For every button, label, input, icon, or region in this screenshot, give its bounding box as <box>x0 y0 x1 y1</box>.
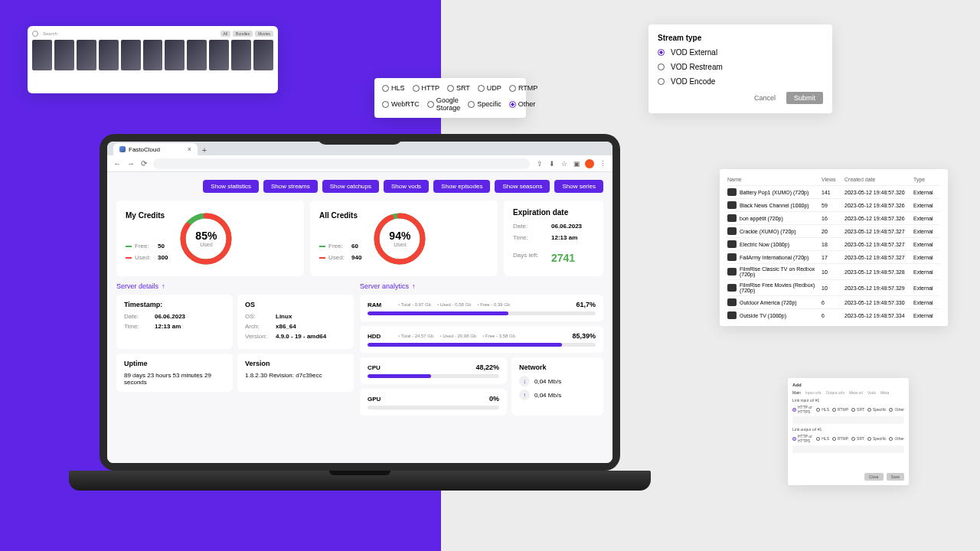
protocol-option[interactable]: SRT <box>447 84 470 92</box>
forward-button[interactable]: → <box>127 159 135 168</box>
radio-option[interactable]: HLS <box>816 405 829 414</box>
share-icon[interactable]: ⇪ <box>536 160 544 168</box>
movie-poster[interactable] <box>187 40 207 70</box>
address-bar[interactable] <box>153 158 530 169</box>
movie-poster[interactable] <box>99 40 119 70</box>
tab[interactable]: Output urls <box>825 390 844 395</box>
movie-poster[interactable] <box>209 40 229 70</box>
stream-option[interactable]: VOD Encode <box>658 77 823 86</box>
section-server-analytics[interactable]: Server analytics↑ <box>360 282 603 290</box>
table-row[interactable]: bon appétit (720p)162023-05-12 19:48:57.… <box>727 211 940 224</box>
toolbar-button[interactable]: Show streams <box>263 180 318 193</box>
protocol-option[interactable]: WebRTC <box>382 96 420 112</box>
close-button[interactable]: Close <box>864 473 884 481</box>
toolbar-button[interactable]: Show seasons <box>495 180 550 193</box>
protocol-option[interactable]: Other <box>509 96 536 112</box>
os-card: OS OS:Linux Arch:x86_64 Version:4.9.0 - … <box>237 295 354 349</box>
toolbar-button[interactable]: Show catchups <box>322 180 379 193</box>
tab[interactable]: Input urls <box>805 390 822 395</box>
stream-option[interactable]: VOD Restream <box>658 63 823 71</box>
back-button[interactable]: ← <box>113 159 121 168</box>
profile-avatar[interactable] <box>585 159 594 168</box>
toolbar-button[interactable]: Show vods <box>384 180 429 193</box>
radio-option[interactable]: HLS <box>816 434 829 443</box>
table-row[interactable]: Outside TV (1080p)62023-05-12 19:48:57.3… <box>727 308 940 321</box>
radio-option[interactable]: SRT <box>851 434 864 443</box>
search-icon <box>32 31 38 37</box>
table-row[interactable]: Outdoor America (720p)62023-05-12 19:48:… <box>727 295 940 308</box>
download-icon[interactable]: ⬇ <box>548 160 556 168</box>
table-row[interactable]: Crackle (XUMO) (720p)202023-05-12 19:48:… <box>727 224 940 237</box>
reload-button[interactable]: ⟳ <box>141 159 147 168</box>
save-button[interactable]: Save <box>887 473 904 481</box>
submit-button[interactable]: Submit <box>786 92 823 104</box>
radio-option[interactable]: RTMP <box>832 434 848 443</box>
toolbar-button[interactable]: Show statistics <box>203 180 259 193</box>
movie-poster[interactable] <box>54 40 74 70</box>
stream-type-dialog: Stream type VOD ExternalVOD RestreamVOD … <box>648 24 832 113</box>
filter-tag[interactable]: Movies <box>255 31 273 37</box>
protocol-option[interactable]: Specific <box>468 96 501 112</box>
movie-poster[interactable] <box>32 40 52 70</box>
browser-tab[interactable]: FastoCloud × <box>113 143 198 155</box>
protocol-option[interactable]: UDP <box>478 84 501 92</box>
movie-poster[interactable] <box>77 40 96 70</box>
new-tab-button[interactable]: + <box>198 145 211 155</box>
table-row[interactable]: Electric Now (1080p)182023-05-12 19:48:5… <box>727 237 940 250</box>
movie-poster[interactable] <box>165 40 185 70</box>
close-icon[interactable]: × <box>188 145 191 153</box>
col-header-type[interactable]: Type <box>913 177 940 182</box>
col-header-name[interactable]: Name <box>727 177 822 182</box>
col-header-views[interactable]: Views <box>822 177 844 182</box>
protocol-option[interactable]: HTTP <box>413 84 440 92</box>
ram-card: RAMTotal - 0,97 GbUsed - 0,58 GbFree - 0… <box>360 295 603 321</box>
card-title: All Credits <box>319 211 361 220</box>
table-row[interactable]: FailArmy International (720p)172023-05-1… <box>727 250 940 263</box>
radio-option[interactable]: HTTP or HTTPS <box>792 405 813 414</box>
radio-option[interactable]: Other <box>889 405 904 414</box>
bookmark-icon[interactable]: ☆ <box>560 160 568 168</box>
section-server-details[interactable]: Server details↑ <box>116 282 354 290</box>
my-credits-card: My Credits Free:50 Used:300 85%Used <box>116 201 304 276</box>
add-dialog: Add MainInput urlsOutput urlsMeta urlVod… <box>788 378 909 485</box>
filter-tag[interactable]: Bundles <box>233 31 253 37</box>
url-input[interactable] <box>792 416 904 424</box>
radio-option[interactable]: Other <box>889 434 904 443</box>
cancel-button[interactable]: Cancel <box>750 92 780 104</box>
url-input[interactable] <box>792 445 904 453</box>
filter-tag[interactable]: All <box>220 31 231 37</box>
stream-option[interactable]: VOD External <box>658 48 823 57</box>
protocol-option[interactable]: Google Storage <box>427 96 461 112</box>
hdd-card: HDDTotal - 24,57 GbUsed - 20,98 GbFree -… <box>360 326 603 353</box>
toolbar-button[interactable]: Show episodes <box>433 180 490 193</box>
toolbar-button[interactable]: Show series <box>554 180 603 193</box>
menu-icon[interactable]: ⋮ <box>599 160 606 168</box>
dialog-title: Stream type <box>658 34 823 42</box>
gpu-card: GPU0% <box>360 389 507 416</box>
tab[interactable]: Main <box>792 390 801 395</box>
movie-poster[interactable] <box>143 40 163 70</box>
table-row[interactable]: FilmRise Free Movies (Redbox) (720p)1020… <box>727 279 940 295</box>
radio-option[interactable]: Specific <box>867 405 887 414</box>
tab[interactable]: Meta url <box>849 390 863 395</box>
protocol-option[interactable]: HLS <box>382 84 405 92</box>
usage-donut: 94%Used <box>372 211 427 266</box>
tab[interactable]: Meta <box>880 390 889 395</box>
uptime-card: Uptime 89 days 23 hours 53 minutes 29 se… <box>116 354 233 392</box>
radio-option[interactable]: SRT <box>851 405 864 414</box>
tab[interactable]: Vods <box>867 390 876 395</box>
movie-poster[interactable] <box>231 40 251 70</box>
table-row[interactable]: Black News Channel (1080p)592023-05-12 1… <box>727 198 940 211</box>
movie-poster[interactable] <box>253 40 273 70</box>
input-label: Link input url #1 <box>792 398 904 403</box>
col-header-date[interactable]: Created date <box>844 177 913 182</box>
usage-donut: 85%Used <box>178 211 234 266</box>
radio-option[interactable]: RTMP <box>832 405 848 414</box>
table-row[interactable]: FilmRise Classic TV on Redbox (720p)1020… <box>727 263 940 279</box>
radio-option[interactable]: HTTP or HTTPS <box>792 434 813 443</box>
movie-poster[interactable] <box>121 40 141 70</box>
protocol-option[interactable]: RTMP <box>509 84 537 92</box>
radio-option[interactable]: Specific <box>867 434 887 443</box>
extensions-icon[interactable]: ▣ <box>573 160 580 168</box>
table-row[interactable]: Battery Pop1 (XUMO) (720p)1412023-05-12 … <box>727 185 940 198</box>
